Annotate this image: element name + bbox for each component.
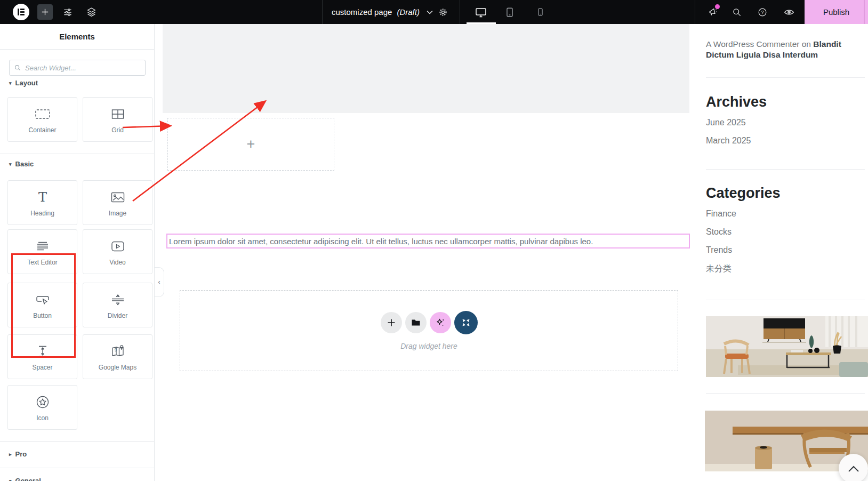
widget-card-text-editor[interactable]: Text Editor xyxy=(7,229,77,274)
text-editor-content: Lorem ipsum dolor sit amet, consectetur … xyxy=(169,237,593,246)
structure-button[interactable] xyxy=(86,0,97,24)
eye-icon xyxy=(783,6,795,18)
categories-widget: Categories Finance Stocks Trends 未分类 xyxy=(706,185,866,275)
category-link-trends[interactable]: Trends xyxy=(706,245,866,255)
topbar-divider xyxy=(460,0,460,24)
archive-link-june-2025[interactable]: June 2025 xyxy=(706,118,866,127)
topbar-divider xyxy=(322,0,323,24)
widget-label: Divider xyxy=(108,312,127,319)
widget-card-google-maps[interactable]: g Google Maps xyxy=(83,334,152,379)
widget-card-video[interactable]: Video xyxy=(83,229,152,274)
chevron-down-icon xyxy=(427,10,433,14)
site-settings-button[interactable] xyxy=(62,0,73,24)
add-widget-actions xyxy=(381,311,478,334)
add-section-button[interactable] xyxy=(381,312,402,333)
widget-card-grid[interactable]: Grid xyxy=(83,97,152,142)
add-widget-plus: + xyxy=(247,137,255,151)
elementor-menu-button[interactable] xyxy=(13,4,29,20)
elementor-ai-button[interactable] xyxy=(454,311,478,334)
topbar-divider xyxy=(695,0,695,24)
panel-collapse-tab[interactable]: ‹ xyxy=(155,267,164,297)
widget-card-heading[interactable]: T Heading xyxy=(7,180,77,225)
top-bar: customized page (Draft) xyxy=(0,0,868,24)
publish-button[interactable]: Publish xyxy=(805,0,868,24)
section-header-general[interactable]: ▾ General xyxy=(9,477,41,481)
pinwheel-icon xyxy=(461,317,471,328)
section-divider xyxy=(0,468,155,468)
widget-card-button[interactable]: Button xyxy=(7,283,77,327)
page-settings-button[interactable] xyxy=(438,0,448,24)
category-link-uncategorized[interactable]: 未分类 xyxy=(706,263,866,275)
widget-search[interactable] xyxy=(9,60,146,76)
archives-widget: Archives June 2025 March 2025 xyxy=(706,94,866,146)
recent-comment: A WordPress Commenter on Blandit Dictum … xyxy=(706,39,867,60)
scroll-to-top-button[interactable] xyxy=(839,454,868,481)
whats-new-button[interactable] xyxy=(706,0,718,24)
gear-icon xyxy=(438,7,448,18)
add-template-button[interactable] xyxy=(405,312,427,333)
widget-label: Image xyxy=(109,210,126,217)
drop-area-section[interactable]: Drag widget here xyxy=(180,290,678,371)
section-header-layout[interactable]: ▾ Layout xyxy=(9,79,38,87)
plus-icon xyxy=(41,7,50,17)
ai-builder-button[interactable] xyxy=(430,312,451,333)
publish-label: Publish xyxy=(823,7,849,17)
widget-label: Grid xyxy=(111,126,124,134)
help-button[interactable]: ? xyxy=(757,0,768,24)
star-circle-icon xyxy=(35,394,50,411)
widget-card-icon[interactable]: Icon xyxy=(7,385,77,430)
sidebar-divider xyxy=(706,393,865,394)
grid-icon xyxy=(111,106,125,123)
widget-label: Text Editor xyxy=(27,259,58,266)
text-editor-widget-selected[interactable]: Lorem ipsum dolor sit amet, consectetur … xyxy=(166,234,690,248)
folder-icon xyxy=(411,318,421,327)
search-icon xyxy=(732,7,742,18)
page-title: customized page xyxy=(332,7,392,17)
widget-label: Heading xyxy=(30,210,54,217)
category-link-finance[interactable]: Finance xyxy=(706,209,866,219)
widget-card-spacer[interactable]: Spacer xyxy=(7,334,77,379)
image-icon xyxy=(110,189,125,206)
mobile-icon xyxy=(535,7,545,17)
panel-title: Elements xyxy=(59,32,95,41)
archive-link-march-2025[interactable]: March 2025 xyxy=(706,136,866,146)
empty-container-widget[interactable]: + xyxy=(167,118,334,171)
widget-label: Spacer xyxy=(32,364,52,371)
document-switcher[interactable]: customized page (Draft) xyxy=(332,0,433,24)
svg-text:g: g xyxy=(115,347,117,351)
panel-header: Elements xyxy=(0,24,154,50)
device-mobile-button[interactable] xyxy=(531,0,550,24)
sidebar-divider xyxy=(706,169,865,170)
search-icon xyxy=(14,64,21,71)
publish-split-divider xyxy=(864,0,865,24)
widget-card-image[interactable]: Image xyxy=(83,180,152,225)
category-link-stocks[interactable]: Stocks xyxy=(706,227,866,237)
widget-card-container[interactable]: Container xyxy=(7,97,77,142)
section-label: Pro xyxy=(15,450,27,458)
sidebar-divider xyxy=(706,77,865,78)
preview-button[interactable] xyxy=(783,0,795,24)
device-tablet-button[interactable] xyxy=(500,0,519,24)
spacer-icon xyxy=(36,343,50,360)
caret-down-icon: ▾ xyxy=(9,162,12,167)
comment-connector: on xyxy=(799,39,813,49)
sparkles-icon xyxy=(435,317,446,328)
widget-card-divider[interactable]: Divider xyxy=(83,283,152,327)
section-label: Basic xyxy=(15,160,34,168)
sidebar-divider xyxy=(706,300,865,300)
search-input[interactable] xyxy=(25,64,141,72)
add-element-button[interactable] xyxy=(37,4,53,20)
widget-label: Icon xyxy=(36,414,49,422)
section-header-basic[interactable]: ▾ Basic xyxy=(9,160,34,168)
widget-label: Google Maps xyxy=(99,364,136,371)
video-icon xyxy=(110,238,125,255)
hero-section[interactable] xyxy=(163,24,689,113)
finder-search-button[interactable] xyxy=(732,0,742,24)
section-header-pro[interactable]: ▸ Pro xyxy=(9,450,27,458)
living-room-photo xyxy=(706,316,868,377)
device-desktop-button[interactable] xyxy=(471,0,491,24)
page-status: (Draft) xyxy=(397,7,420,17)
section-label: General xyxy=(15,477,41,481)
comment-author-link[interactable]: A WordPress Commenter xyxy=(706,39,799,49)
sliders-icon xyxy=(62,7,73,18)
